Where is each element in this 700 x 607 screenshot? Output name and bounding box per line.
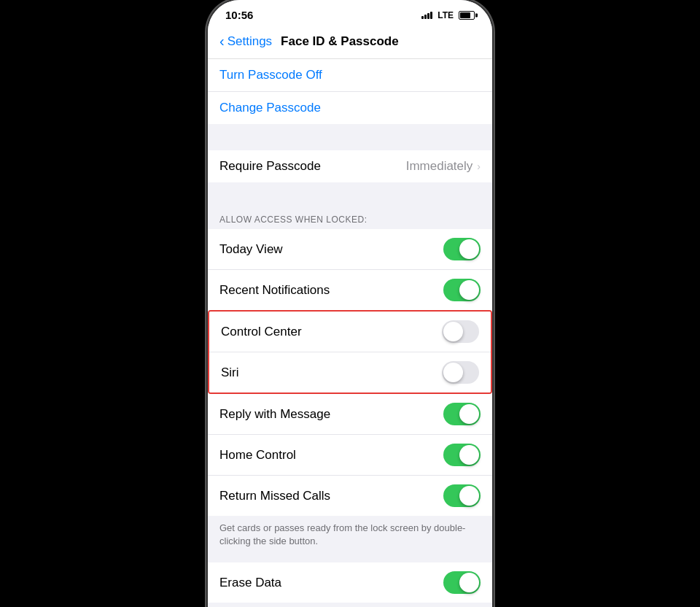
- battery-icon: [459, 11, 475, 20]
- erase-data-label: Erase Data: [219, 576, 281, 590]
- control-center-item: Control Center: [209, 312, 491, 352]
- return-missed-calls-item: Return Missed Calls: [208, 476, 492, 516]
- reply-message-item: Reply with Message: [208, 394, 492, 435]
- today-view-item: Today View: [208, 229, 492, 270]
- footer-note-text: Get cards or passes ready from the lock …: [219, 522, 465, 546]
- chevron-right-icon: ›: [477, 161, 481, 172]
- erase-data-toggle[interactable]: [443, 571, 481, 594]
- red-outline-group: Control Center Siri: [208, 310, 492, 394]
- back-button[interactable]: ‹ Settings: [219, 33, 272, 50]
- signal-icon: [421, 12, 432, 19]
- require-passcode-group: Require Passcode Immediately ›: [208, 150, 492, 182]
- lte-label: LTE: [438, 10, 454, 20]
- reply-message-label: Reply with Message: [219, 407, 330, 422]
- control-center-toggle[interactable]: [442, 320, 479, 343]
- require-passcode-label: Require Passcode: [219, 159, 321, 174]
- siri-toggle[interactable]: [442, 361, 479, 384]
- change-passcode-item[interactable]: Change Passcode: [208, 92, 492, 124]
- today-view-label: Today View: [219, 242, 283, 257]
- siri-label: Siri: [221, 366, 239, 380]
- allow-access-header-text: ALLOW ACCESS WHEN LOCKED:: [219, 214, 368, 225]
- erase-data-group: Erase Data: [208, 562, 492, 603]
- home-control-toggle[interactable]: [443, 444, 481, 466]
- phone-frame: 10:56 LTE ‹ Settings Face ID & Passcode …: [208, 0, 492, 607]
- turn-passcode-off-label: Turn Passcode Off: [219, 68, 322, 82]
- recent-notifications-item: Recent Notifications: [208, 270, 492, 310]
- control-center-label: Control Center: [221, 325, 302, 339]
- normal-toggle-group-top: Today View Recent Notifications: [208, 229, 492, 310]
- erase-data-item: Erase Data: [208, 562, 492, 603]
- return-missed-calls-toggle[interactable]: [443, 484, 481, 507]
- today-view-toggle[interactable]: [443, 238, 481, 260]
- home-control-item: Home Control: [208, 435, 492, 476]
- wallet-footer-note: Get cards or passes ready from the lock …: [208, 516, 492, 557]
- home-control-label: Home Control: [219, 448, 296, 463]
- recent-notifications-toggle[interactable]: [443, 279, 481, 301]
- passcode-actions-group: Turn Passcode Off Change Passcode: [208, 59, 492, 124]
- page-title: Face ID & Passcode: [281, 34, 399, 49]
- require-passcode-value: Immediately ›: [406, 159, 481, 174]
- nav-bar: ‹ Settings Face ID & Passcode: [208, 27, 492, 59]
- back-label: Settings: [228, 34, 272, 49]
- recent-notifications-label: Recent Notifications: [219, 283, 330, 298]
- return-missed-calls-label: Return Missed Calls: [219, 489, 330, 503]
- erase-footer-note: Erase all data on this iPhone after 10 f…: [208, 603, 492, 607]
- status-bar: 10:56 LTE: [208, 0, 492, 27]
- allow-access-header: ALLOW ACCESS WHEN LOCKED:: [208, 209, 492, 229]
- back-chevron-icon: ‹: [219, 33, 225, 50]
- require-passcode-item[interactable]: Require Passcode Immediately ›: [208, 150, 492, 182]
- normal-toggle-group-bottom: Reply with Message Home Control Return M…: [208, 394, 492, 516]
- turn-passcode-off-item[interactable]: Turn Passcode Off: [208, 59, 492, 92]
- require-passcode-val-text: Immediately: [406, 159, 473, 174]
- change-passcode-label: Change Passcode: [219, 101, 321, 115]
- reply-message-toggle[interactable]: [443, 403, 481, 425]
- status-icons: LTE: [421, 10, 475, 20]
- time: 10:56: [225, 9, 253, 21]
- siri-item: Siri: [209, 352, 491, 393]
